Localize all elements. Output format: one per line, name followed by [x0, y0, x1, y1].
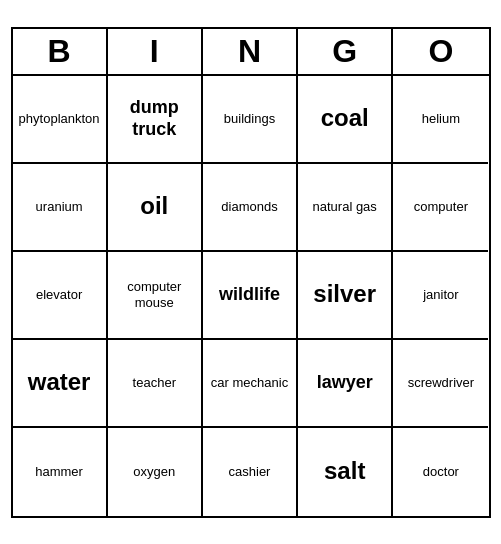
cell-text: salt	[324, 457, 365, 486]
cell-text: silver	[313, 280, 376, 309]
bingo-cell: screwdriver	[393, 340, 488, 428]
cell-text: dump truck	[112, 97, 197, 140]
bingo-header-letter: G	[298, 29, 393, 74]
bingo-cell: cashier	[203, 428, 298, 516]
bingo-cell: oil	[108, 164, 203, 252]
cell-text: oxygen	[133, 464, 175, 480]
bingo-header: BINGO	[13, 29, 489, 76]
bingo-cell: coal	[298, 76, 393, 164]
bingo-cell: janitor	[393, 252, 488, 340]
bingo-cell: wildlife	[203, 252, 298, 340]
cell-text: car mechanic	[211, 375, 288, 391]
cell-text: teacher	[133, 375, 176, 391]
bingo-cell: buildings	[203, 76, 298, 164]
bingo-cell: lawyer	[298, 340, 393, 428]
cell-text: water	[28, 368, 91, 397]
bingo-grid: phytoplanktondump truckbuildingscoalheli…	[13, 76, 489, 516]
bingo-cell: phytoplankton	[13, 76, 108, 164]
bingo-cell: dump truck	[108, 76, 203, 164]
cell-text: oil	[140, 192, 168, 221]
cell-text: wildlife	[219, 284, 280, 306]
cell-text: doctor	[423, 464, 459, 480]
cell-text: elevator	[36, 287, 82, 303]
cell-text: buildings	[224, 111, 275, 127]
cell-text: lawyer	[317, 372, 373, 394]
bingo-cell: computer	[393, 164, 488, 252]
bingo-header-letter: B	[13, 29, 108, 74]
cell-text: phytoplankton	[19, 111, 100, 127]
bingo-cell: computer mouse	[108, 252, 203, 340]
cell-text: computer mouse	[112, 279, 197, 310]
cell-text: computer	[414, 199, 468, 215]
bingo-cell: hammer	[13, 428, 108, 516]
bingo-cell: salt	[298, 428, 393, 516]
cell-text: screwdriver	[408, 375, 474, 391]
bingo-cell: diamonds	[203, 164, 298, 252]
bingo-cell: car mechanic	[203, 340, 298, 428]
bingo-cell: helium	[393, 76, 488, 164]
bingo-cell: silver	[298, 252, 393, 340]
cell-text: uranium	[36, 199, 83, 215]
bingo-cell: elevator	[13, 252, 108, 340]
cell-text: hammer	[35, 464, 83, 480]
cell-text: diamonds	[221, 199, 277, 215]
cell-text: cashier	[229, 464, 271, 480]
bingo-cell: doctor	[393, 428, 488, 516]
cell-text: natural gas	[313, 199, 377, 215]
cell-text: helium	[422, 111, 460, 127]
bingo-header-letter: I	[108, 29, 203, 74]
cell-text: coal	[321, 104, 369, 133]
cell-text: janitor	[423, 287, 458, 303]
bingo-cell: uranium	[13, 164, 108, 252]
bingo-cell: natural gas	[298, 164, 393, 252]
bingo-header-letter: N	[203, 29, 298, 74]
bingo-cell: water	[13, 340, 108, 428]
bingo-cell: oxygen	[108, 428, 203, 516]
bingo-header-letter: O	[393, 29, 488, 74]
bingo-card: BINGO phytoplanktondump truckbuildingsco…	[11, 27, 491, 518]
bingo-cell: teacher	[108, 340, 203, 428]
